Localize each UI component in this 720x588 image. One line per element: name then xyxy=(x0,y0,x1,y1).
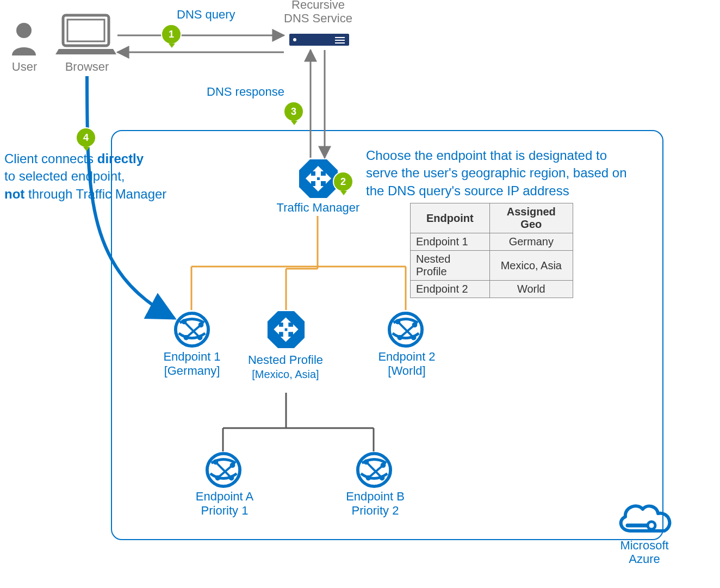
endpoint-a-label: Endpoint APriority 1 xyxy=(187,490,263,518)
step-1-num: 1 xyxy=(169,29,174,40)
endpoint-1-icon xyxy=(173,311,210,348)
nested-profile-label: Nested Profile[Mexico, Asia] xyxy=(239,353,332,382)
table-row: Endpoint 2 World xyxy=(411,281,573,298)
dns-service-icon xyxy=(289,33,349,47)
geo-table: Endpoint Assigned Geo Endpoint 1 Germany… xyxy=(410,203,573,298)
endpoint-b-label: Endpoint BPriority 2 xyxy=(337,490,413,518)
user-label: User xyxy=(0,60,49,74)
endpoint-1-label: Endpoint 1[Germany] xyxy=(154,350,230,379)
svg-point-22 xyxy=(293,38,296,41)
endpoint-2-icon xyxy=(387,311,424,348)
step-4-badge: 4 xyxy=(76,127,96,148)
nested-profile-icon xyxy=(266,310,306,349)
svg-point-15 xyxy=(16,23,32,38)
svg-rect-17 xyxy=(67,20,104,41)
table-row: Nested Profile Mexico, Asia xyxy=(411,251,573,281)
routing-description: Choose the endpoint that is designated t… xyxy=(366,147,654,200)
user-icon xyxy=(10,22,38,55)
step-3-num: 3 xyxy=(291,106,296,117)
endpoint-a-icon xyxy=(205,451,242,488)
step-2-num: 2 xyxy=(340,176,346,188)
step-2-badge: 2 xyxy=(333,171,353,192)
step-3-badge: 3 xyxy=(283,101,304,122)
azure-label: MicrosoftAzure xyxy=(609,539,680,566)
browser-icon xyxy=(53,13,119,57)
table-row: Endpoint 1 Germany xyxy=(411,233,573,251)
endpoint-b-icon xyxy=(356,451,393,488)
svg-rect-19 xyxy=(335,37,345,38)
step-4-text: Client connects directly to selected end… xyxy=(4,150,178,203)
table-header-endpoint: Endpoint xyxy=(411,203,490,233)
browser-label: Browser xyxy=(60,60,114,74)
svg-marker-31 xyxy=(268,311,305,348)
svg-point-32 xyxy=(648,522,655,529)
endpoint-2-label: Endpoint 2[World] xyxy=(369,350,445,379)
svg-marker-23 xyxy=(299,159,338,198)
recursive-dns-label: RecursiveDNS Service xyxy=(275,0,362,26)
svg-rect-21 xyxy=(335,42,345,44)
svg-rect-20 xyxy=(335,40,345,41)
dns-query-label: DNS query xyxy=(177,8,235,22)
dns-response-label: DNS response xyxy=(207,85,284,99)
azure-cloud-icon xyxy=(615,499,675,537)
table-header-geo: Assigned Geo xyxy=(489,203,573,233)
traffic-manager-label: Traffic Manager xyxy=(272,201,364,215)
step-1-badge: 1 xyxy=(161,24,182,45)
step-4-num: 4 xyxy=(83,132,89,144)
